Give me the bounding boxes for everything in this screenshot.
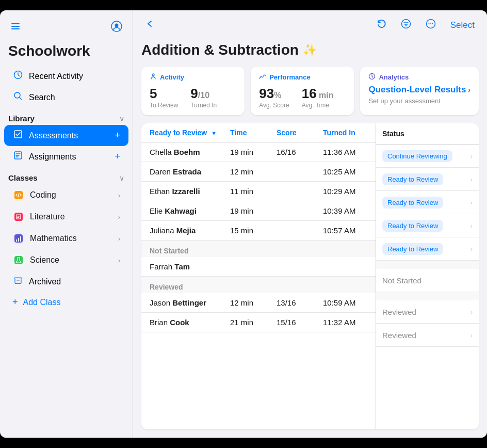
classes-chevron-icon: ∨ <box>119 174 124 182</box>
svg-rect-0 <box>11 23 20 24</box>
turned-in-label: Turned In <box>190 102 217 109</box>
section-header-row: Not Started <box>141 241 376 258</box>
turned-in-cell: 10:39 AM <box>319 201 376 221</box>
student-name-cell: Brian Cook <box>141 313 226 332</box>
status-panel: Status Continue Reviewing › Ready to Rev… <box>376 123 479 429</box>
activity-label: Activity <box>160 73 184 81</box>
status-section-label <box>376 292 479 300</box>
svg-point-20 <box>428 23 429 24</box>
sidebar-item-recent-activity[interactable]: Recent Activity <box>4 66 128 87</box>
student-name-cell: Elie Kahwagi <box>141 201 226 221</box>
performance-values: 93% Avg. Score 16 min Avg. Time <box>259 86 346 109</box>
mathematics-icon <box>12 232 25 245</box>
sidebar-toggle-button[interactable] <box>8 19 23 36</box>
sidebar-item-science[interactable]: Science › <box>4 249 128 271</box>
main-content: Select Addition & Subtraction ✨ Activi <box>133 10 487 438</box>
score-cell <box>272 221 319 241</box>
classes-section-header: Classes ∨ <box>0 167 133 184</box>
add-class-label: Add Class <box>23 298 61 307</box>
svg-point-22 <box>432 23 433 24</box>
turned-in-number: 9/10 <box>190 86 217 102</box>
turned-in-cell <box>319 257 376 277</box>
col-header-name[interactable]: Ready to Review ▼ <box>141 123 226 142</box>
table-row[interactable]: Farrah Tam <box>141 257 376 277</box>
status-row[interactable]: Continue Reviewing › <box>376 145 479 168</box>
assessments-label: Assessments <box>29 131 78 140</box>
analytics-card[interactable]: Analytics Question-Level Results › Set u… <box>360 67 479 115</box>
undo-button[interactable] <box>372 17 391 34</box>
performance-card: Performance 93% Avg. Score 16 min Avg. T… <box>251 67 354 115</box>
filter-button[interactable] <box>397 17 415 34</box>
time-cell <box>226 257 272 277</box>
sidebar-item-assessments[interactable]: Assessments + <box>4 125 128 146</box>
sidebar-item-archived[interactable]: Archived <box>4 271 128 292</box>
score-cell: 15/16 <box>272 313 319 332</box>
recent-activity-label: Recent Activity <box>29 72 83 81</box>
status-chevron-icon: › <box>470 199 473 206</box>
student-name-cell: Ethan Izzarelli <box>141 182 226 201</box>
archive-icon <box>12 276 24 287</box>
svg-rect-17 <box>15 279 21 284</box>
analytics-title-row: Question-Level Results › <box>368 85 470 95</box>
svg-rect-2 <box>11 28 20 29</box>
analytics-card-header: Analytics <box>368 73 470 82</box>
sidebar-item-search[interactable]: Search <box>4 87 128 108</box>
sidebar-item-mathematics[interactable]: Mathematics › <box>4 228 128 249</box>
sidebar-item-assignments[interactable]: Assignments + <box>4 146 128 167</box>
back-button[interactable] <box>141 17 159 33</box>
student-name-cell: Juliana Mejia <box>141 221 226 241</box>
sidebar-item-literature[interactable]: Literature › <box>4 206 128 228</box>
assignments-add-icon[interactable]: + <box>115 151 120 162</box>
student-name-cell: Farrah Tam <box>141 257 226 277</box>
more-button[interactable] <box>421 17 440 34</box>
status-row[interactable]: Ready to Review › <box>376 168 479 191</box>
status-row[interactable]: Ready to Review › <box>376 214 479 237</box>
select-button[interactable]: Select <box>446 18 479 33</box>
add-class-item[interactable]: + Add Class <box>4 292 128 312</box>
toolbar-left <box>141 17 159 33</box>
table-row[interactable]: Juliana Mejia 15 min 10:57 AM <box>141 221 376 241</box>
status-row[interactable]: Reviewed › <box>376 324 479 347</box>
profile-button[interactable] <box>109 19 124 37</box>
status-row[interactable]: Ready to Review › <box>376 237 479 261</box>
status-chevron-icon: › <box>470 152 473 160</box>
status-badge: Ready to Review <box>382 220 443 232</box>
data-table-area: Ready to Review ▼ Time Score Turned In C… <box>141 123 376 429</box>
analytics-arrow-icon: › <box>468 86 470 94</box>
activity-icon <box>150 73 157 82</box>
turned-in-cell: 11:36 AM <box>319 142 376 162</box>
search-label: Search <box>29 93 55 102</box>
table-header-row: Ready to Review ▼ Time Score Turned In <box>141 123 376 142</box>
status-text: Reviewed <box>382 331 416 340</box>
status-panel-header: Status <box>376 123 479 145</box>
time-cell: 12 min <box>226 293 272 313</box>
sort-icon: ▼ <box>211 130 217 136</box>
turned-in-cell: 10:57 AM <box>319 221 376 241</box>
performance-card-header: Performance <box>259 73 346 82</box>
clock-icon <box>12 70 24 82</box>
assignments-icon <box>12 151 24 163</box>
status-chevron-icon: › <box>470 175 473 183</box>
performance-label: Performance <box>269 73 310 81</box>
assessments-add-icon[interactable]: + <box>115 130 120 141</box>
status-chevron-icon: › <box>470 245 473 253</box>
table-row[interactable]: Ethan Izzarelli 11 min 10:29 AM <box>141 182 376 201</box>
page-title: Addition & Subtraction <box>141 42 299 58</box>
literature-label: Literature <box>30 212 113 221</box>
table-row[interactable]: Elie Kahwagi 19 min 10:39 AM <box>141 201 376 221</box>
literature-icon <box>12 211 25 223</box>
status-row[interactable]: Reviewed › <box>376 300 479 324</box>
student-table: Ready to Review ▼ Time Score Turned In C… <box>141 123 376 332</box>
performance-icon <box>259 73 266 82</box>
sparkle-icon: ✨ <box>303 43 317 57</box>
section-header-row: Reviewed <box>141 277 376 294</box>
table-row[interactable]: Jason Bettinger 12 min 13/16 10:59 AM <box>141 293 376 313</box>
status-row[interactable]: Not Started <box>376 269 479 292</box>
table-row[interactable]: Chella Boehm 19 min 16/16 11:36 AM <box>141 142 376 162</box>
status-badge: Ready to Review <box>382 197 443 209</box>
add-class-plus-icon: + <box>12 297 18 308</box>
sidebar-item-coding[interactable]: Coding › <box>4 184 128 206</box>
status-row[interactable]: Ready to Review › <box>376 191 479 214</box>
table-row[interactable]: Daren Estrada 12 min 10:25 AM <box>141 162 376 182</box>
table-row[interactable]: Brian Cook 21 min 15/16 11:32 AM <box>141 313 376 332</box>
